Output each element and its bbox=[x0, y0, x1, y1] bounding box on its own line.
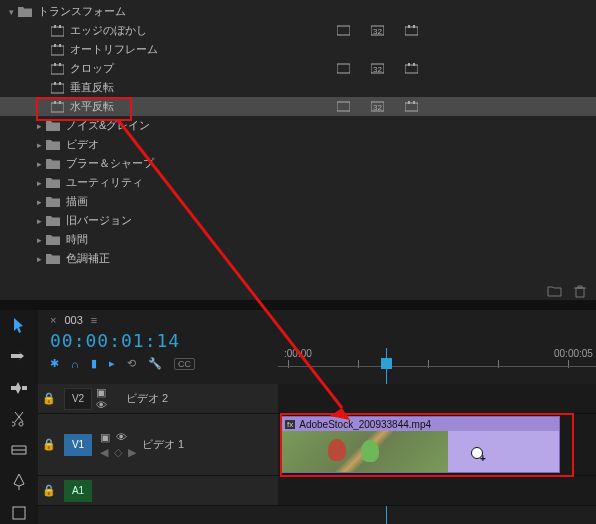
time-ruler[interactable]: :00:00 00:00:05 bbox=[278, 348, 596, 372]
svg-rect-21 bbox=[51, 84, 64, 93]
track-header-v2[interactable]: 🔒 V2 ▣ 👁 ビデオ 2 bbox=[38, 384, 278, 414]
new-bin-icon[interactable] bbox=[546, 284, 562, 298]
wrench-icon[interactable]: 🔧 bbox=[148, 357, 162, 370]
badge-accel-icon bbox=[336, 63, 350, 75]
svg-rect-18 bbox=[405, 65, 418, 73]
hand-tool-icon[interactable] bbox=[7, 503, 31, 524]
disclosure-closed-icon: ▸ bbox=[34, 159, 44, 169]
effect-auto-reframe[interactable]: オートリフレーム bbox=[0, 40, 596, 59]
folder-icon bbox=[46, 177, 60, 189]
folder-video[interactable]: ▸ビデオ bbox=[0, 135, 596, 154]
marker-icon[interactable]: ▮ bbox=[91, 357, 97, 370]
track-tag[interactable]: V1 bbox=[64, 434, 92, 456]
snap-icon[interactable]: ✱ bbox=[50, 357, 59, 370]
folder-obsolete[interactable]: ▸旧バージョン bbox=[0, 211, 596, 230]
folder-label: ブラー＆シャープ bbox=[66, 156, 154, 171]
svg-rect-15 bbox=[337, 64, 350, 73]
keyframe-prev-icon[interactable]: ◀ bbox=[100, 446, 108, 459]
caption-icon[interactable]: CC bbox=[174, 358, 195, 370]
folder-icon bbox=[46, 253, 60, 265]
svg-rect-24 bbox=[51, 103, 64, 112]
insert-icon[interactable]: ▸ bbox=[109, 357, 115, 370]
folder-label: 時間 bbox=[66, 232, 88, 247]
sequence-name: 003 bbox=[64, 314, 82, 326]
folder-icon bbox=[46, 158, 60, 170]
folder-icon bbox=[46, 120, 60, 132]
svg-rect-33 bbox=[13, 507, 25, 519]
ripple-tool-icon[interactable] bbox=[7, 377, 31, 398]
disclosure-closed-icon: ▸ bbox=[34, 121, 44, 131]
lock-icon[interactable]: 🔒 bbox=[38, 438, 60, 451]
folder-noise-grain[interactable]: ▸ノイズ&グレイン bbox=[0, 116, 596, 135]
folder-color-correction[interactable]: ▸色調補正 bbox=[0, 249, 596, 268]
svg-rect-9 bbox=[51, 46, 64, 55]
effect-icon bbox=[50, 101, 64, 113]
clip-tail bbox=[448, 431, 559, 472]
folder-blur-sharpen[interactable]: ▸ブラー＆シャープ bbox=[0, 154, 596, 173]
track-tag[interactable]: V2 bbox=[64, 388, 92, 410]
folder-time[interactable]: ▸時間 bbox=[0, 230, 596, 249]
timecode-display[interactable]: 00:00:01:14 bbox=[50, 330, 180, 351]
badge-32bit-icon: 32 bbox=[370, 63, 384, 75]
track-toggles[interactable]: ▣ 👁 bbox=[96, 386, 120, 411]
tool-strip bbox=[0, 310, 38, 524]
pen-tool-icon[interactable] bbox=[7, 471, 31, 492]
folder-label: 旧バージョン bbox=[66, 213, 132, 228]
effect-edge-feather[interactable]: エッジのぼかし 32 bbox=[0, 21, 596, 40]
folder-icon bbox=[46, 196, 60, 208]
folder-generate[interactable]: ▸描画 bbox=[0, 192, 596, 211]
settings-icon[interactable]: ⟲ bbox=[127, 357, 136, 370]
effect-icon bbox=[50, 44, 64, 56]
svg-rect-2 bbox=[59, 25, 61, 28]
video-clip[interactable]: fx AdobeStock_200933844.mp4 bbox=[280, 416, 560, 473]
track-lane-a1[interactable] bbox=[278, 476, 596, 506]
svg-rect-13 bbox=[54, 63, 56, 66]
track-header-v1[interactable]: 🔒 V1 ▣👁 ◀◇▶ ビデオ 1 bbox=[38, 414, 278, 476]
slip-tool-icon[interactable] bbox=[7, 440, 31, 461]
track-lane-v1[interactable]: fx AdobeStock_200933844.mp4 bbox=[278, 414, 596, 476]
folder-icon bbox=[18, 6, 32, 18]
linked-selection-icon[interactable]: ∩ bbox=[71, 358, 79, 370]
effect-label: オートリフレーム bbox=[70, 42, 158, 57]
effect-horizontal-flip[interactable]: 水平反転 32 bbox=[0, 97, 596, 116]
effect-vertical-flip[interactable]: 垂直反転 bbox=[0, 78, 596, 97]
folder-label: 描画 bbox=[66, 194, 88, 209]
delete-icon[interactable] bbox=[572, 284, 588, 298]
tab-menu-icon[interactable]: ≡ bbox=[91, 314, 97, 326]
disclosure-closed-icon: ▸ bbox=[34, 254, 44, 264]
toggle-visibility-icon[interactable]: 👁 bbox=[116, 431, 127, 444]
lock-icon[interactable]: 🔒 bbox=[38, 392, 60, 405]
sequence-tab[interactable]: × 003 ≡ bbox=[0, 310, 596, 330]
track-name: ビデオ 2 bbox=[120, 391, 278, 406]
keyframe-next-icon[interactable]: ▶ bbox=[128, 446, 136, 459]
track-lane-v2[interactable] bbox=[278, 384, 596, 414]
razor-tool-icon[interactable] bbox=[7, 408, 31, 429]
svg-rect-10 bbox=[54, 44, 56, 47]
svg-rect-23 bbox=[59, 82, 61, 85]
track-select-tool-icon[interactable] bbox=[7, 345, 31, 366]
effect-crop[interactable]: クロップ 32 bbox=[0, 59, 596, 78]
selection-tool-icon[interactable] bbox=[7, 314, 31, 335]
svg-rect-7 bbox=[408, 25, 410, 28]
track-tag[interactable]: A1 bbox=[64, 480, 92, 502]
effect-label: 垂直反転 bbox=[70, 80, 114, 95]
lock-icon[interactable]: 🔒 bbox=[38, 484, 60, 497]
svg-rect-32 bbox=[413, 101, 415, 104]
toggle-output-icon[interactable]: ▣ bbox=[100, 431, 110, 444]
close-tab-icon[interactable]: × bbox=[50, 314, 56, 326]
folder-transform[interactable]: ▾ トランスフォーム bbox=[0, 2, 596, 21]
folder-label: トランスフォーム bbox=[38, 4, 126, 19]
svg-rect-0 bbox=[51, 27, 64, 36]
disclosure-closed-icon: ▸ bbox=[34, 140, 44, 150]
badge-accel-icon bbox=[336, 101, 350, 113]
playhead-handle-icon[interactable] bbox=[381, 358, 392, 369]
track-header-a1[interactable]: 🔒 A1 bbox=[38, 476, 278, 506]
badge-accel-icon bbox=[336, 25, 350, 37]
disclosure-open-icon: ▾ bbox=[6, 7, 16, 17]
keyframe-add-icon[interactable]: ◇ bbox=[114, 446, 122, 459]
ruler-tick-label: :00:00 bbox=[284, 348, 312, 359]
folder-utility[interactable]: ▸ユーティリティ bbox=[0, 173, 596, 192]
svg-rect-6 bbox=[405, 27, 418, 35]
effects-tree: ▾ トランスフォーム エッジのぼかし 32 オートリフレーム bbox=[0, 0, 596, 268]
disclosure-closed-icon: ▸ bbox=[34, 216, 44, 226]
